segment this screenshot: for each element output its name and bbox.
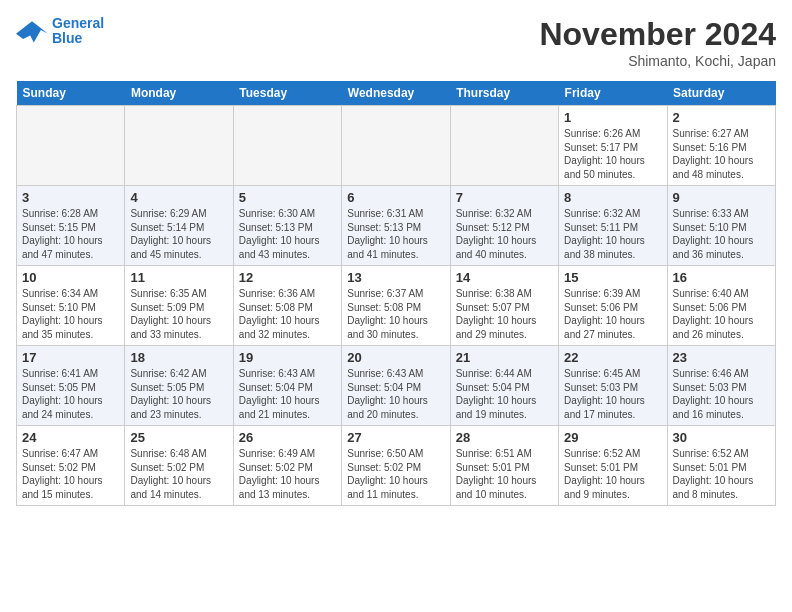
day-detail: Sunrise: 6:47 AM Sunset: 5:02 PM Dayligh…	[22, 447, 119, 501]
day-detail: Sunrise: 6:32 AM Sunset: 5:11 PM Dayligh…	[564, 207, 661, 261]
weekday-header-friday: Friday	[559, 81, 667, 106]
calendar-week-1: 1Sunrise: 6:26 AM Sunset: 5:17 PM Daylig…	[17, 106, 776, 186]
day-number: 22	[564, 350, 661, 365]
day-detail: Sunrise: 6:27 AM Sunset: 5:16 PM Dayligh…	[673, 127, 770, 181]
weekday-header-wednesday: Wednesday	[342, 81, 450, 106]
page-header: General Blue November 2024 Shimanto, Koc…	[16, 16, 776, 69]
day-number: 28	[456, 430, 553, 445]
calendar-cell: 28Sunrise: 6:51 AM Sunset: 5:01 PM Dayli…	[450, 426, 558, 506]
day-number: 18	[130, 350, 227, 365]
day-detail: Sunrise: 6:35 AM Sunset: 5:09 PM Dayligh…	[130, 287, 227, 341]
day-detail: Sunrise: 6:42 AM Sunset: 5:05 PM Dayligh…	[130, 367, 227, 421]
calendar-cell: 6Sunrise: 6:31 AM Sunset: 5:13 PM Daylig…	[342, 186, 450, 266]
calendar-cell: 30Sunrise: 6:52 AM Sunset: 5:01 PM Dayli…	[667, 426, 775, 506]
day-detail: Sunrise: 6:43 AM Sunset: 5:04 PM Dayligh…	[347, 367, 444, 421]
day-number: 7	[456, 190, 553, 205]
logo: General Blue	[16, 16, 104, 47]
day-number: 16	[673, 270, 770, 285]
day-detail: Sunrise: 6:39 AM Sunset: 5:06 PM Dayligh…	[564, 287, 661, 341]
day-number: 5	[239, 190, 336, 205]
day-detail: Sunrise: 6:34 AM Sunset: 5:10 PM Dayligh…	[22, 287, 119, 341]
day-detail: Sunrise: 6:30 AM Sunset: 5:13 PM Dayligh…	[239, 207, 336, 261]
day-detail: Sunrise: 6:51 AM Sunset: 5:01 PM Dayligh…	[456, 447, 553, 501]
svg-marker-0	[16, 22, 48, 43]
day-number: 4	[130, 190, 227, 205]
day-detail: Sunrise: 6:52 AM Sunset: 5:01 PM Dayligh…	[673, 447, 770, 501]
day-detail: Sunrise: 6:36 AM Sunset: 5:08 PM Dayligh…	[239, 287, 336, 341]
day-number: 21	[456, 350, 553, 365]
calendar-cell: 13Sunrise: 6:37 AM Sunset: 5:08 PM Dayli…	[342, 266, 450, 346]
calendar-cell: 12Sunrise: 6:36 AM Sunset: 5:08 PM Dayli…	[233, 266, 341, 346]
calendar-cell: 29Sunrise: 6:52 AM Sunset: 5:01 PM Dayli…	[559, 426, 667, 506]
calendar-table: SundayMondayTuesdayWednesdayThursdayFrid…	[16, 81, 776, 506]
calendar-cell: 17Sunrise: 6:41 AM Sunset: 5:05 PM Dayli…	[17, 346, 125, 426]
day-number: 29	[564, 430, 661, 445]
day-detail: Sunrise: 6:32 AM Sunset: 5:12 PM Dayligh…	[456, 207, 553, 261]
calendar-cell: 14Sunrise: 6:38 AM Sunset: 5:07 PM Dayli…	[450, 266, 558, 346]
calendar-cell: 1Sunrise: 6:26 AM Sunset: 5:17 PM Daylig…	[559, 106, 667, 186]
day-number: 11	[130, 270, 227, 285]
calendar-cell: 20Sunrise: 6:43 AM Sunset: 5:04 PM Dayli…	[342, 346, 450, 426]
calendar-cell: 19Sunrise: 6:43 AM Sunset: 5:04 PM Dayli…	[233, 346, 341, 426]
calendar-cell	[342, 106, 450, 186]
day-detail: Sunrise: 6:33 AM Sunset: 5:10 PM Dayligh…	[673, 207, 770, 261]
weekday-header-monday: Monday	[125, 81, 233, 106]
calendar-cell: 15Sunrise: 6:39 AM Sunset: 5:06 PM Dayli…	[559, 266, 667, 346]
day-number: 8	[564, 190, 661, 205]
day-number: 14	[456, 270, 553, 285]
day-detail: Sunrise: 6:37 AM Sunset: 5:08 PM Dayligh…	[347, 287, 444, 341]
day-number: 9	[673, 190, 770, 205]
calendar-cell: 3Sunrise: 6:28 AM Sunset: 5:15 PM Daylig…	[17, 186, 125, 266]
day-number: 12	[239, 270, 336, 285]
day-number: 10	[22, 270, 119, 285]
calendar-cell: 8Sunrise: 6:32 AM Sunset: 5:11 PM Daylig…	[559, 186, 667, 266]
day-number: 15	[564, 270, 661, 285]
day-number: 6	[347, 190, 444, 205]
calendar-cell: 22Sunrise: 6:45 AM Sunset: 5:03 PM Dayli…	[559, 346, 667, 426]
logo-text: General Blue	[52, 16, 104, 47]
location: Shimanto, Kochi, Japan	[539, 53, 776, 69]
day-detail: Sunrise: 6:31 AM Sunset: 5:13 PM Dayligh…	[347, 207, 444, 261]
day-detail: Sunrise: 6:28 AM Sunset: 5:15 PM Dayligh…	[22, 207, 119, 261]
day-number: 26	[239, 430, 336, 445]
day-detail: Sunrise: 6:43 AM Sunset: 5:04 PM Dayligh…	[239, 367, 336, 421]
calendar-cell: 16Sunrise: 6:40 AM Sunset: 5:06 PM Dayli…	[667, 266, 775, 346]
title-block: November 2024 Shimanto, Kochi, Japan	[539, 16, 776, 69]
calendar-cell: 5Sunrise: 6:30 AM Sunset: 5:13 PM Daylig…	[233, 186, 341, 266]
day-number: 17	[22, 350, 119, 365]
calendar-cell	[450, 106, 558, 186]
day-detail: Sunrise: 6:46 AM Sunset: 5:03 PM Dayligh…	[673, 367, 770, 421]
weekday-header-thursday: Thursday	[450, 81, 558, 106]
day-number: 20	[347, 350, 444, 365]
calendar-cell: 10Sunrise: 6:34 AM Sunset: 5:10 PM Dayli…	[17, 266, 125, 346]
day-number: 2	[673, 110, 770, 125]
day-detail: Sunrise: 6:48 AM Sunset: 5:02 PM Dayligh…	[130, 447, 227, 501]
calendar-week-3: 10Sunrise: 6:34 AM Sunset: 5:10 PM Dayli…	[17, 266, 776, 346]
day-detail: Sunrise: 6:44 AM Sunset: 5:04 PM Dayligh…	[456, 367, 553, 421]
day-detail: Sunrise: 6:40 AM Sunset: 5:06 PM Dayligh…	[673, 287, 770, 341]
logo-bird-icon	[16, 17, 48, 45]
day-detail: Sunrise: 6:26 AM Sunset: 5:17 PM Dayligh…	[564, 127, 661, 181]
day-number: 30	[673, 430, 770, 445]
calendar-cell: 18Sunrise: 6:42 AM Sunset: 5:05 PM Dayli…	[125, 346, 233, 426]
day-detail: Sunrise: 6:41 AM Sunset: 5:05 PM Dayligh…	[22, 367, 119, 421]
calendar-cell	[17, 106, 125, 186]
day-detail: Sunrise: 6:49 AM Sunset: 5:02 PM Dayligh…	[239, 447, 336, 501]
day-detail: Sunrise: 6:29 AM Sunset: 5:14 PM Dayligh…	[130, 207, 227, 261]
logo-line1: General	[52, 15, 104, 31]
weekday-header-saturday: Saturday	[667, 81, 775, 106]
calendar-cell: 4Sunrise: 6:29 AM Sunset: 5:14 PM Daylig…	[125, 186, 233, 266]
calendar-cell: 23Sunrise: 6:46 AM Sunset: 5:03 PM Dayli…	[667, 346, 775, 426]
day-detail: Sunrise: 6:45 AM Sunset: 5:03 PM Dayligh…	[564, 367, 661, 421]
weekday-header-tuesday: Tuesday	[233, 81, 341, 106]
logo-line2: Blue	[52, 30, 82, 46]
calendar-cell: 27Sunrise: 6:50 AM Sunset: 5:02 PM Dayli…	[342, 426, 450, 506]
day-detail: Sunrise: 6:50 AM Sunset: 5:02 PM Dayligh…	[347, 447, 444, 501]
day-number: 25	[130, 430, 227, 445]
day-detail: Sunrise: 6:38 AM Sunset: 5:07 PM Dayligh…	[456, 287, 553, 341]
calendar-cell: 7Sunrise: 6:32 AM Sunset: 5:12 PM Daylig…	[450, 186, 558, 266]
day-number: 3	[22, 190, 119, 205]
month-title: November 2024	[539, 16, 776, 53]
calendar-cell: 26Sunrise: 6:49 AM Sunset: 5:02 PM Dayli…	[233, 426, 341, 506]
day-number: 23	[673, 350, 770, 365]
